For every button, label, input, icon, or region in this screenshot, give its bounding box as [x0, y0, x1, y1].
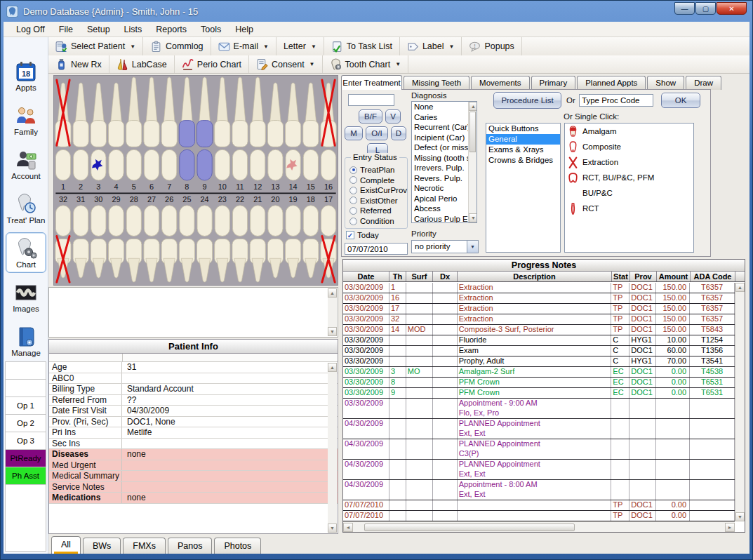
- progress-note-row[interactable]: 04/30/2009PLANNED AppointmentExt, Ext: [343, 419, 735, 439]
- column-header-prov[interactable]: Prov: [630, 272, 657, 281]
- single-click-amalgam[interactable]: Amalgam: [565, 124, 693, 139]
- patient-info-row-service-notes[interactable]: Service Notes: [49, 482, 338, 493]
- progress-note-row[interactable]: 07/07/2010TPDOC10.00: [343, 511, 735, 521]
- chevron-down-icon[interactable]: ▼: [448, 44, 454, 50]
- progress-note-row[interactable]: 03/30/2009Prophy, AdultCHYG170.00T3541: [343, 356, 735, 367]
- tab-draw[interactable]: Draw: [686, 76, 721, 90]
- scroll-down-icon[interactable]: ▼: [328, 327, 337, 336]
- progress-note-row[interactable]: 04/30/2009Appointment - 8:00 AMExt, Ext: [343, 480, 735, 500]
- tooth-16[interactable]: 16: [321, 80, 336, 191]
- diagnosis-item-revers-pulp[interactable]: Revers. Pulp.: [412, 173, 468, 184]
- tab-primary[interactable]: Primary: [531, 76, 576, 90]
- progress-note-row[interactable]: 03/30/20099PFM CrownECDOC10.00T6531: [343, 388, 735, 399]
- surface-button-b-f[interactable]: B/F: [359, 109, 382, 124]
- tooth-24[interactable]: 24: [196, 195, 212, 282]
- progress-note-row[interactable]: 04/30/2009PLANNED AppointmentExt, Ext: [343, 460, 735, 480]
- module-appts[interactable]: 18 Appts: [6, 55, 46, 96]
- tooth-1[interactable]: 1: [55, 80, 71, 191]
- op-cell-ptready[interactable]: PtReady: [6, 450, 46, 467]
- quick-button-exams-xrays[interactable]: Exams & Xrays: [486, 145, 560, 155]
- scroll-down-icon[interactable]: ▼: [469, 213, 477, 222]
- progress-note-row[interactable]: 03/30/2009Appointment - 9:00 AMFlo, Ex, …: [343, 399, 735, 419]
- tooth-7[interactable]: 7: [161, 77, 177, 191]
- radio-existother[interactable]: ExistOther: [349, 196, 398, 205]
- diagnosis-item-incipient-car[interactable]: Incipient (Car): [412, 133, 468, 143]
- menu-log-off[interactable]: Log Off: [9, 22, 52, 36]
- draw-items-list[interactable]: ▲ ▼: [48, 287, 338, 338]
- column-header-ada-code[interactable]: ADA Code: [691, 272, 735, 281]
- surface-button-d[interactable]: D: [391, 126, 406, 140]
- tab-fmxs[interactable]: FMXs: [123, 538, 166, 554]
- chevron-down-icon[interactable]: ▼: [311, 44, 316, 50]
- column-header-surf[interactable]: Surf: [406, 272, 433, 281]
- column-header-description[interactable]: Description: [458, 272, 612, 281]
- radio-button-icon[interactable]: [349, 218, 357, 225]
- quick-button-general[interactable]: General: [486, 134, 560, 145]
- toolbar-button-consent[interactable]: Consent▼: [249, 55, 322, 73]
- toolbar-button-popups[interactable]: !Popups: [462, 37, 521, 55]
- progress-note-row[interactable]: 03/30/200932ExtractionTPDOC1150.00T6357: [343, 314, 735, 325]
- single-click-rct-bu-p-c-pfm[interactable]: RCT, BU/P&C, PFM: [565, 170, 693, 185]
- progress-note-row[interactable]: 03/30/20093MOAmalgam-2 SurfECDOC10.00T45…: [343, 367, 735, 378]
- tooth-14[interactable]: 14: [286, 83, 301, 191]
- surface-button-m[interactable]: M: [345, 126, 363, 140]
- scroll-right-icon[interactable]: ►: [725, 523, 735, 532]
- patient-info-scrollbar[interactable]: ▲ ▼: [328, 363, 337, 533]
- op-cell-op-3[interactable]: Op 3: [6, 432, 46, 450]
- op-cell-op-1[interactable]: Op 1: [6, 397, 46, 415]
- op-cell-blank[interactable]: [6, 380, 46, 397]
- tooth-25[interactable]: 25: [179, 195, 194, 282]
- patient-info-row-medical-summary[interactable]: Medical Summary: [49, 471, 338, 482]
- minimize-button[interactable]: —: [674, 2, 695, 15]
- module-images[interactable]: Images: [6, 276, 46, 317]
- patient-info-row-billing-type[interactable]: Billing Type Standard Account: [49, 384, 338, 395]
- tab-bws[interactable]: BWs: [83, 538, 121, 554]
- op-cell-op-2[interactable]: Op 2: [6, 415, 46, 432]
- diagnosis-item-irrevers-pulp[interactable]: Irrevers. Pulp.: [412, 163, 468, 173]
- chevron-down-icon[interactable]: ▼: [309, 61, 315, 67]
- scroll-up-icon[interactable]: ▲: [735, 283, 745, 292]
- tooth-12[interactable]: 12: [250, 77, 265, 191]
- progress-notes-hscrollbar[interactable]: ◄ ►: [343, 521, 735, 532]
- diagnosis-item-defect-or-miss[interactable]: Defect (or miss: [412, 142, 468, 153]
- diagnosis-item-necrotic[interactable]: Necrotic: [412, 183, 468, 194]
- diagnosis-item-abcess[interactable]: Abcess: [412, 204, 468, 214]
- tooth-20[interactable]: 20: [267, 195, 283, 278]
- date-input[interactable]: [345, 243, 408, 255]
- tab-all[interactable]: All: [51, 536, 81, 554]
- progress-note-row[interactable]: 03/30/2009ExamCDOC160.00T1356: [343, 346, 735, 356]
- tab-panos[interactable]: Panos: [168, 538, 212, 554]
- toolbar-button-e-mail[interactable]: E-mail▼: [211, 37, 276, 55]
- scroll-down-icon[interactable]: ▼: [328, 524, 337, 533]
- maximize-button[interactable]: ▢: [695, 2, 716, 15]
- chevron-down-icon[interactable]: ▼: [263, 44, 269, 50]
- diagnosis-item-missing-tooth-s[interactable]: Missing (tooth s: [412, 153, 468, 164]
- tooth-10[interactable]: 10: [215, 77, 230, 191]
- diagnosis-item-none[interactable]: None: [412, 102, 468, 112]
- menu-reports[interactable]: Reports: [149, 22, 194, 36]
- module-manage[interactable]: Manage: [6, 321, 46, 361]
- radio-referred[interactable]: Referred: [349, 206, 392, 215]
- menu-help[interactable]: Help: [228, 22, 260, 36]
- diagnosis-item-apical-perio[interactable]: Apical Perio: [412, 194, 468, 204]
- progress-note-row[interactable]: 07/07/2010TPDOC10.00: [343, 500, 735, 511]
- tooth-8[interactable]: 8: [179, 77, 194, 191]
- scroll-down-icon[interactable]: ▼: [735, 512, 745, 521]
- progress-note-row[interactable]: 03/30/20098PFM CrownECDOC10.00T6531: [343, 378, 735, 388]
- toolbar-button-perio-chart[interactable]: Perio Chart: [175, 55, 249, 73]
- radio-condition[interactable]: Condition: [349, 217, 394, 225]
- tooth-4[interactable]: 4: [108, 83, 124, 191]
- single-click-bu-p-c[interactable]: BU/P&C: [565, 185, 693, 201]
- progress-note-row[interactable]: 03/30/200914MODComposite-3 Surf, Posteri…: [343, 325, 735, 335]
- scroll-up-icon[interactable]: ▲: [328, 363, 337, 372]
- tooth-18[interactable]: 18: [303, 195, 319, 278]
- diagnosis-item-carious-pulp-e[interactable]: Carious Pulp E: [412, 214, 468, 224]
- diagnosis-item-caries[interactable]: Caries: [412, 112, 468, 123]
- chevron-down-icon[interactable]: ▼: [130, 44, 135, 50]
- title-bar[interactable]: Demo Database {Admin} - Smith, John - 15…: [1, 1, 752, 22]
- column-header-stat[interactable]: Stat: [612, 272, 630, 281]
- today-row[interactable]: ✓ Today: [346, 231, 379, 239]
- proc-code-input[interactable]: [579, 94, 653, 107]
- patient-info-row-referred-from[interactable]: Referred From ??: [49, 395, 338, 406]
- ok-button[interactable]: OK: [661, 93, 700, 108]
